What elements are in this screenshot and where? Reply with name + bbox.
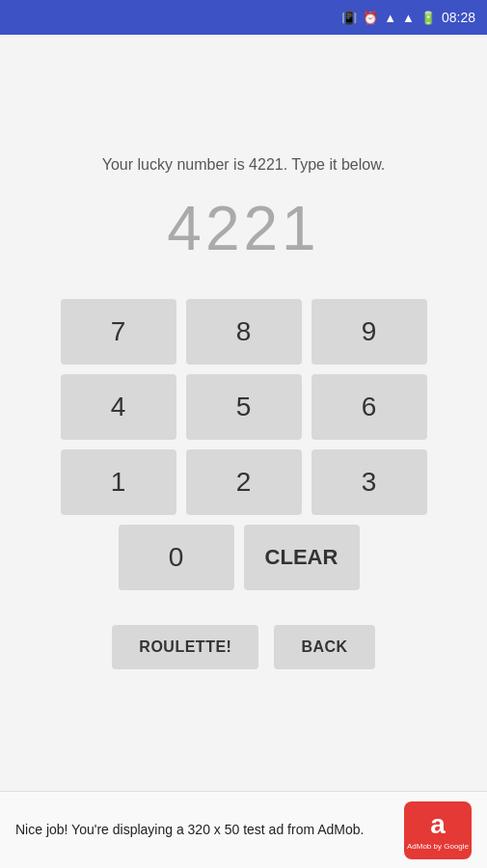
keypad: 7 8 9 4 5 6 1 2 3 — [61, 299, 427, 515]
key-3-button[interactable]: 3 — [311, 449, 427, 515]
action-row: ROULETTE! BACK — [112, 625, 374, 669]
clear-button[interactable]: CLEAR — [244, 525, 360, 590]
ad-banner: Nice job! You're displaying a 320 x 50 t… — [0, 791, 487, 868]
key-1-button[interactable]: 1 — [61, 449, 176, 515]
key-8-button[interactable]: 8 — [186, 299, 302, 365]
key-5-button[interactable]: 5 — [186, 374, 302, 440]
key-9-button[interactable]: 9 — [311, 299, 427, 365]
ad-text: Nice job! You're displaying a 320 x 50 t… — [15, 821, 389, 840]
key-2-button[interactable]: 2 — [186, 449, 302, 515]
key-7-button[interactable]: 7 — [61, 299, 176, 365]
instruction-text: Your lucky number is 4221. Type it below… — [102, 156, 386, 174]
alarm-icon: ⏰ — [363, 11, 378, 25]
signal-icon: ▲ — [402, 11, 415, 25]
key-0-button[interactable]: 0 — [119, 525, 234, 590]
admob-logo-label: AdMob by Google — [407, 842, 469, 852]
ad-logo: a AdMob by Google — [404, 801, 472, 859]
vibrate-icon: 📳 — [341, 11, 357, 25]
main-content: Your lucky number is 4221. Type it below… — [0, 35, 487, 791]
back-button[interactable]: BACK — [274, 625, 374, 669]
status-time: 08:28 — [442, 10, 475, 25]
key-4-button[interactable]: 4 — [61, 374, 176, 440]
key-6-button[interactable]: 6 — [311, 374, 427, 440]
lucky-number-display: 4221 — [167, 193, 319, 264]
bottom-row: 0 CLEAR — [119, 525, 360, 590]
battery-icon: 🔋 — [420, 11, 436, 25]
wifi-icon: ▲ — [384, 11, 396, 25]
roulette-button[interactable]: ROULETTE! — [112, 625, 258, 669]
status-bar: 📳 ⏰ ▲ ▲ 🔋 08:28 — [0, 0, 487, 35]
admob-logo-char: a — [430, 809, 446, 840]
